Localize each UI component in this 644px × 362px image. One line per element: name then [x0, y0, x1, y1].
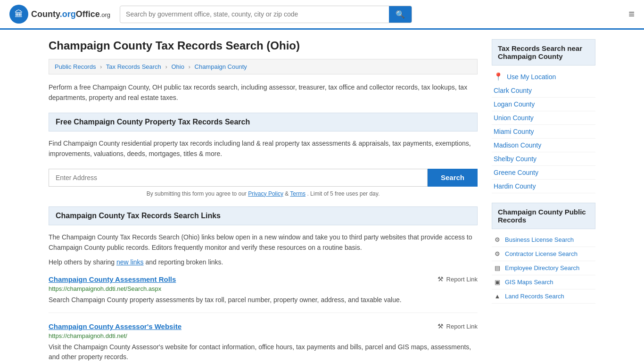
sidebar-public-records-title: Champaign County Public Records — [492, 203, 595, 229]
record-desc-2: Visit the Champaign County Assessor's we… — [49, 342, 478, 362]
list-item: ▣ GIS Maps Search — [492, 275, 595, 289]
land-icon: ▲ — [494, 293, 501, 300]
logo-text: County.orgOffice.org — [31, 9, 110, 19]
report-link-button-1[interactable]: ⚒ Report Link — [438, 275, 478, 283]
list-item: Madison County — [492, 139, 595, 152]
nearby-counties-list: Clark County Logan County Union County M… — [492, 84, 595, 193]
page-title: Champaign County Tax Records Search (Ohi… — [49, 39, 478, 52]
gear-icon: ⚙ — [494, 236, 501, 243]
list-item: Miami County — [492, 125, 595, 139]
gis-maps-search-link[interactable]: GIS Maps Search — [505, 279, 553, 286]
county-link-greene[interactable]: Greene County — [494, 169, 538, 176]
public-records-links-list: ⚙ Business License Search ⚙ Contractor L… — [492, 233, 595, 304]
county-link-logan[interactable]: Logan County — [494, 100, 535, 108]
list-item: ▲ Land Records Search — [492, 289, 595, 304]
logo-icon: 🏛 — [9, 5, 28, 24]
record-desc-1: Search Champaign County property assessm… — [49, 295, 478, 305]
county-link-shelby[interactable]: Shelby County — [494, 155, 537, 163]
form-disclaimer: By submitting this form you agree to our… — [49, 190, 478, 197]
location-pin-icon: 📍 — [494, 72, 503, 81]
record-item: Champaign County Assessor's Website ⚒ Re… — [49, 322, 478, 362]
map-icon: ▣ — [494, 279, 501, 286]
breadcrumb-champaign-county[interactable]: Champaign County — [195, 63, 247, 70]
property-search-section-header: Free Champaign County Property Tax Recor… — [49, 113, 478, 132]
land-records-search-link[interactable]: Land Records Search — [505, 293, 564, 300]
report-icon: ⚒ — [438, 322, 444, 330]
list-item: ⚙ Business License Search — [492, 233, 595, 247]
list-item: Greene County — [492, 166, 595, 180]
search-icon: 🔍 — [396, 10, 405, 18]
gear-icon: ⚙ — [494, 250, 501, 257]
property-search-description: Find Champaign County residential proper… — [49, 138, 478, 159]
breadcrumb-tax-records-search[interactable]: Tax Records Search — [106, 63, 161, 70]
terms-link[interactable]: Terms — [290, 190, 305, 197]
business-license-search-link[interactable]: Business License Search — [505, 236, 574, 243]
record-url-2[interactable]: https://champaignoh.ddti.net/ — [49, 332, 478, 339]
address-search-row: Search — [49, 169, 478, 187]
privacy-policy-link[interactable]: Privacy Policy — [248, 190, 283, 197]
county-link-madison[interactable]: Madison County — [494, 141, 541, 149]
global-search-button[interactable]: 🔍 — [389, 6, 412, 23]
record-item: Champaign County Assessment Rolls ⚒ Repo… — [49, 275, 478, 313]
global-search-bar: 🔍 — [120, 6, 412, 23]
site-header: 🏛 County.orgOffice.org 🔍 ≡ — [0, 0, 644, 30]
contractor-license-search-link[interactable]: Contractor License Search — [505, 250, 578, 257]
use-my-location-button[interactable]: 📍 Use My Location — [492, 69, 595, 84]
search-button[interactable]: Search — [428, 169, 478, 187]
breadcrumb: Public Records › Tax Records Search › Oh… — [49, 59, 478, 74]
global-search-input[interactable] — [120, 7, 389, 22]
page-description: Perform a free Champaign County, OH publ… — [49, 82, 478, 103]
breadcrumb-ohio[interactable]: Ohio — [171, 63, 184, 70]
links-section-header: Champaign County Tax Records Search Link… — [49, 206, 478, 225]
directory-icon: ▤ — [494, 264, 501, 272]
list-item: Logan County — [492, 98, 595, 111]
links-description: The Champaign County Tax Records Search … — [49, 232, 478, 253]
main-content: Champaign County Tax Records Search (Ohi… — [49, 39, 478, 362]
address-input[interactable] — [49, 169, 428, 187]
sidebar-nearby-title: Tax Records Search near Champaign County — [492, 39, 595, 66]
report-link-button-2[interactable]: ⚒ Report Link — [438, 322, 478, 330]
list-item: Clark County — [492, 84, 595, 98]
county-link-union[interactable]: Union County — [494, 114, 534, 122]
county-link-hardin[interactable]: Hardin County — [494, 182, 536, 190]
report-icon: ⚒ — [438, 275, 444, 283]
employee-directory-search-link[interactable]: Employee Directory Search — [505, 264, 579, 272]
new-links-link[interactable]: new links — [116, 258, 144, 266]
list-item: ⚙ Contractor License Search — [492, 247, 595, 261]
logo[interactable]: 🏛 County.orgOffice.org — [9, 5, 110, 24]
county-link-miami[interactable]: Miami County — [494, 128, 534, 135]
share-note: Help others by sharing new links and rep… — [49, 258, 478, 266]
sidebar: Tax Records Search near Champaign County… — [492, 39, 595, 362]
hamburger-menu-icon[interactable]: ≡ — [628, 8, 635, 20]
county-link-clark[interactable]: Clark County — [494, 87, 532, 94]
main-layout: Champaign County Tax Records Search (Ohi… — [39, 30, 605, 362]
list-item: Union County — [492, 111, 595, 125]
record-url-1[interactable]: https://champaignoh.ddti.net/Search.aspx — [49, 285, 478, 292]
breadcrumb-public-records[interactable]: Public Records — [55, 63, 96, 70]
record-title-1[interactable]: Champaign County Assessment Rolls — [49, 275, 176, 283]
record-title-2[interactable]: Champaign County Assessor's Website — [49, 322, 182, 330]
list-item: Hardin County — [492, 180, 595, 193]
list-item: ▤ Employee Directory Search — [492, 261, 595, 275]
list-item: Shelby County — [492, 152, 595, 166]
